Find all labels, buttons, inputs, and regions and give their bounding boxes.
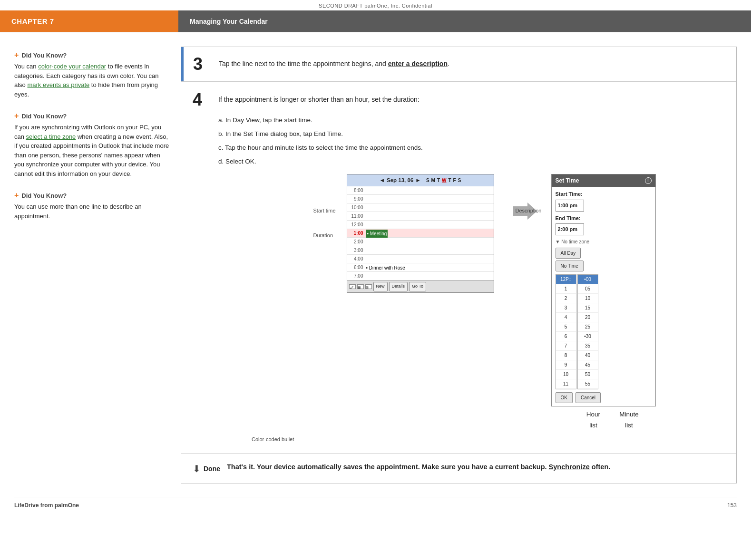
color-code-link[interactable]: color-code your calendar [38,63,106,70]
cal-time-rows: 8:00 9:00 10:00 [347,186,494,280]
done-text: That's it. Your device automatically sav… [227,462,610,473]
hour-10[interactable]: 10 [556,370,576,379]
hour-4[interactable]: 4 [556,313,576,322]
footer: LifeDrive from palmOne 153 [14,498,737,512]
cal-nav-left[interactable]: ◄ [380,176,385,185]
min-55[interactable]: 55 [578,379,598,389]
mark-events-link[interactable]: mark events as private [27,81,89,88]
done-section: ⬇ Done That's it. Your device automatica… [181,454,736,483]
min-15[interactable]: 15 [578,303,598,313]
cal-date: Sep 13, 06 [387,176,413,185]
cal-row-100: 1:00 • Meeting [347,229,494,238]
cal-row-400: 4:00 [347,255,494,263]
diagram-area: Start time Duration ◄ Sep 13, 06 ► S M [244,174,725,431]
hour-3[interactable]: 3 [556,303,576,313]
step4-intro: If the appointment is longer or shorter … [218,91,419,105]
cal-row-600: 6:00 • Dinner with Rose [347,263,494,272]
cal-btn-new[interactable]: New [373,282,388,291]
did-you-know-header-2: + Did You Know? [14,112,171,120]
select-time-zone-link[interactable]: select a time zone [26,133,76,140]
cal-row-900: 9:00 [347,195,494,203]
sidebar-text-2: If you are synchronizing with Outlook on… [14,123,171,178]
plus-icon-2: + [14,112,19,120]
no-time-btn[interactable]: No Time [556,261,584,271]
sidebar-item-3: + Did You Know? You can use more than on… [14,192,171,221]
chapter-title: Managing Your Calendar [178,10,751,32]
hour-5[interactable]: 5 [556,322,576,332]
done-icon-area: ⬇ Done [193,462,220,474]
plus-icon-1: + [14,51,19,59]
info-icon[interactable]: i [645,177,652,184]
color-coded-bullet-label: Color-coded bullet [252,435,725,444]
synchronize-link[interactable]: Synchronize [549,463,590,471]
no-timezone-dropdown[interactable]: ▼ No time zone [556,238,652,246]
cal-t2: T [448,176,451,184]
step3-text: Tap the line next to the time the appoin… [219,56,449,69]
step4-c: c. Tap the hour and minute lists to sele… [218,143,725,154]
minute-col-header[interactable]: •00 [578,275,598,284]
set-time-header: Set Time i [552,174,655,187]
step4-a: a. In Day View, tap the start time. [218,115,725,126]
sidebar-text-3: You can use more than one line to descri… [14,202,171,221]
min-05[interactable]: 05 [578,284,598,294]
cal-row-200: 2:00 [347,238,494,246]
cal-s2: S [458,176,461,184]
min-40[interactable]: 40 [578,351,598,360]
cal-icon-1[interactable]: 🖊 [349,284,356,289]
start-time-label: Start Time: [556,190,652,199]
cal-icon-3[interactable]: ⊞ [365,284,372,289]
end-time-label: End Time: [556,214,652,223]
cal-toolbar: 🖊 ▦ ⊞ New Details Go To [347,280,494,292]
set-time-body: Start Time: 1:00 pm End Time: 2:00 pm ▼ … [552,187,655,406]
step4-b: b. In the Set Time dialog box, tap End T… [218,129,725,140]
cal-row-700: 7:00 [347,272,494,280]
cal-btn-goto[interactable]: Go To [409,282,426,291]
start-time-field[interactable]: 1:00 pm [556,200,584,212]
min-35[interactable]: 35 [578,341,598,351]
min-10[interactable]: 10 [578,294,598,303]
min-25[interactable]: 25 [578,322,598,332]
cal-row-1200: 12:00 [347,221,494,229]
cal-nav-right[interactable]: ► [415,176,420,185]
cal-event-dinner: • Dinner with Rose [366,264,405,272]
chapter-label: CHAPTER 7 [0,10,178,32]
ok-btn[interactable]: OK [556,392,573,403]
end-time-field[interactable]: 2:00 pm [556,223,584,235]
start-time-row: Start Time: 1:00 pm [556,190,652,211]
min-45[interactable]: 45 [578,360,598,370]
calendar-mockup: ◄ Sep 13, 06 ► S M T W T F S [347,174,494,293]
hour-11[interactable]: 11 [556,379,576,389]
did-you-know-label-3: Did You Know? [21,192,67,199]
cal-row-1100: 11:00 [347,212,494,221]
cal-f: F [453,176,456,184]
hour-col-header[interactable]: 12P↕ [556,275,576,284]
plus-icon-3: + [14,192,19,199]
hour-9[interactable]: 9 [556,360,576,370]
min-20[interactable]: 20 [578,313,598,322]
hour-8[interactable]: 8 [556,351,576,360]
min-50[interactable]: 50 [578,370,598,379]
hour-6[interactable]: 6 [556,332,576,341]
cal-btn-details[interactable]: Details [389,282,408,291]
header-bar: CHAPTER 7 Managing Your Calendar [0,10,751,32]
calendar-with-labels: Start time Duration ◄ Sep 13, 06 ► S M [313,174,499,293]
hour-2[interactable]: 2 [556,294,576,303]
step4-d: d. Select OK. [218,156,725,167]
time-labels-below: Hourlist Minutelist [551,409,656,431]
sidebar: + Did You Know? You can color-code your … [14,47,171,483]
hour-1[interactable]: 1 [556,284,576,294]
cal-row-800: 8:00 [347,186,494,195]
done-label: Done [204,465,220,473]
set-time-with-labels: Set Time i Start Time: 1:00 pm End Time: [551,174,656,431]
set-time-title: Set Time [556,176,579,185]
cal-icon-2[interactable]: ▦ [357,284,364,289]
content-area: 3 Tap the line next to the time the appo… [181,47,737,483]
set-time-dialog: Set Time i Start Time: 1:00 pm End Time: [551,174,656,406]
did-you-know-header-1: + Did You Know? [14,51,171,59]
hour-7[interactable]: 7 [556,341,576,351]
cancel-btn[interactable]: Cancel [575,392,601,403]
sidebar-item-1: + Did You Know? You can color-code your … [14,51,171,99]
label-minute-list: Minutelist [615,409,644,431]
min-30[interactable]: •30 [578,332,598,341]
all-day-btn[interactable]: All Day [556,248,581,259]
